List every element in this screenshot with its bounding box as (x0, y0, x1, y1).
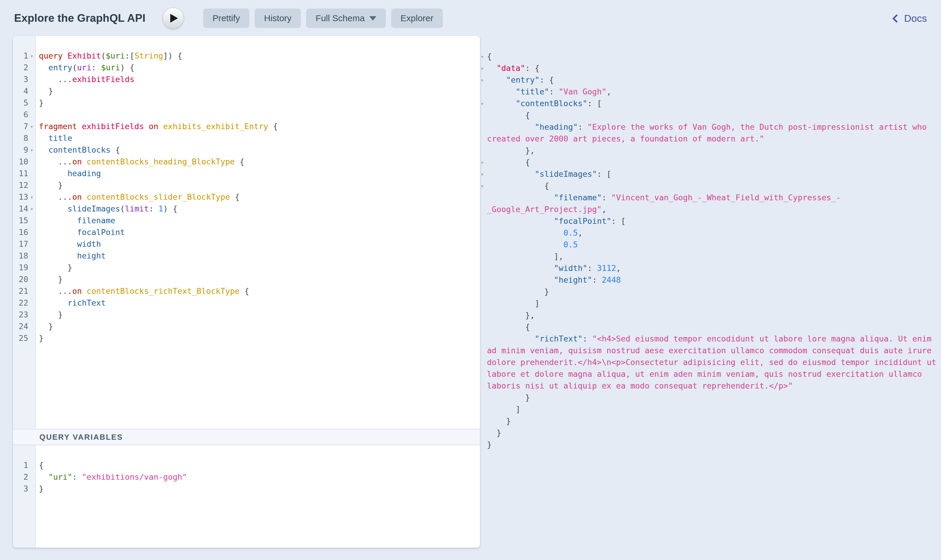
line-number: 15 (13, 215, 28, 226)
fold-arrow-icon[interactable]: ▾ (28, 144, 35, 156)
code-line[interactable]: ...exhibitFields (39, 74, 478, 85)
result-line-text: "data": { (487, 62, 940, 74)
fold-arrow-slot (480, 192, 487, 215)
fold-arrow-slot (480, 427, 487, 439)
code-line[interactable] (39, 109, 478, 121)
result-line: } (480, 286, 940, 298)
token-punc: { (525, 158, 530, 167)
explorer-button[interactable]: Explorer (391, 9, 443, 28)
variables-editor[interactable]: 123 { "uri": "exhibitions/van-gogh"} (13, 445, 480, 548)
line-number: 13 (13, 191, 28, 203)
token-punc: ] (535, 299, 540, 308)
code-line[interactable]: title (39, 132, 478, 144)
fold-arrow-icon[interactable]: ▾ (480, 180, 487, 192)
code-line[interactable]: } (39, 97, 478, 109)
fold-arrow-icon[interactable]: ▾ (480, 62, 487, 74)
query-editor[interactable]: 1▾234567▾89▾10111213▾14▾1516171819202122… (13, 36, 480, 429)
line-number: 5 (13, 97, 28, 109)
token-pl (39, 86, 49, 95)
fold-arrow-slot (28, 309, 35, 321)
fold-arrow-icon[interactable]: ▾ (480, 157, 487, 168)
code-line[interactable]: focalPoint (39, 226, 478, 238)
variables-editor-code[interactable]: { "uri": "exhibitions/van-gogh"} (36, 445, 480, 548)
gutter-line: 24 (13, 321, 35, 332)
code-line[interactable]: fragment exhibitFields on exhibits_exhib… (39, 121, 478, 132)
code-line[interactable]: ...on contentBlocks_heading_BlockType { (39, 156, 478, 168)
token-num: 1 (158, 204, 163, 213)
result-line-text: } (487, 286, 940, 298)
fold-arrow-icon[interactable]: ▾ (480, 98, 487, 109)
query-editor-gutter: 1▾234567▾89▾10111213▾14▾1516171819202122… (13, 36, 36, 429)
token-pl (240, 286, 244, 295)
token-pl (487, 252, 554, 261)
token-key: "focalPoint" (554, 217, 611, 226)
token-pl (487, 99, 516, 108)
fold-arrow-icon[interactable]: ▾ (28, 191, 35, 203)
gutter-line: 25 (13, 332, 35, 344)
token-pl (96, 63, 101, 72)
gutter-line: 17 (13, 238, 35, 250)
token-var: "uri" (49, 472, 72, 482)
code-line[interactable]: heading (39, 168, 478, 179)
fold-arrow-icon[interactable]: ▾ (28, 50, 35, 62)
code-line[interactable]: "uri": "exhibitions/van-gogh" (39, 471, 478, 483)
gutter-line: 2 (13, 471, 35, 483)
token-pl (487, 405, 516, 414)
token-pl (487, 287, 544, 296)
token-pl (39, 145, 49, 154)
fold-arrow-icon[interactable]: ▾ (28, 121, 35, 132)
full-schema-dropdown[interactable]: Full Schema (306, 9, 386, 28)
token-pl (82, 286, 86, 295)
line-number: 20 (13, 274, 28, 285)
query-variables-bar[interactable]: QUERY VARIABLES (13, 429, 480, 445)
fold-arrow-icon[interactable]: ▾ (480, 168, 487, 180)
fold-arrow-slot (480, 239, 487, 251)
token-pl (530, 63, 535, 73)
run-query-button[interactable] (163, 8, 184, 29)
code-line[interactable]: } (39, 332, 478, 344)
token-pl (39, 286, 58, 295)
prettify-button[interactable]: Prettify (203, 9, 249, 28)
fold-arrow-icon[interactable]: ▾ (480, 51, 487, 62)
line-number: 1 (13, 50, 28, 62)
code-line[interactable]: query Exhibit($uri:[String]) { (39, 50, 478, 62)
explorer-label: Explorer (401, 13, 434, 23)
code-line[interactable]: } (39, 262, 478, 274)
result-line: { (480, 321, 940, 333)
token-pl (487, 417, 506, 426)
code-line[interactable]: filename (39, 215, 478, 226)
token-punc: , (578, 228, 583, 237)
fold-arrow-slot (480, 262, 487, 274)
fold-arrow-icon[interactable]: ▾ (480, 74, 487, 86)
fold-arrow-slot (480, 298, 487, 309)
code-line[interactable]: } (39, 179, 478, 191)
result-line-text: ], (487, 251, 940, 262)
token-punc: [ (621, 217, 626, 226)
token-punc: : (611, 217, 616, 226)
history-button[interactable]: History (255, 9, 301, 28)
code-line[interactable]: } (39, 483, 478, 495)
code-line[interactable]: ...on contentBlocks_slider_BlockType { (39, 191, 478, 203)
code-line[interactable]: } (39, 85, 478, 97)
code-line[interactable]: } (39, 321, 478, 332)
code-line[interactable]: } (39, 274, 478, 285)
code-line[interactable]: entry(uri: $uri) { (39, 62, 478, 74)
gutter-line: 11 (13, 168, 35, 179)
code-line[interactable]: ...on contentBlocks_richText_BlockType { (39, 285, 478, 297)
token-key: "title" (516, 87, 549, 96)
token-pl (158, 122, 163, 131)
token-prop: heading (68, 169, 101, 178)
code-line[interactable]: richText (39, 297, 478, 309)
token-pl (487, 193, 554, 202)
code-line[interactable]: height (39, 250, 478, 262)
code-line[interactable]: width (39, 238, 478, 250)
docs-link[interactable]: Docs (894, 13, 927, 24)
token-punc: { (244, 286, 249, 295)
query-editor-code[interactable]: query Exhibit($uri:[String]) { entry(uri… (36, 36, 480, 429)
token-punc: ( (72, 63, 77, 72)
code-line[interactable]: contentBlocks { (39, 144, 478, 156)
code-line[interactable]: { (39, 459, 478, 471)
code-line[interactable]: slideImages(limit: 1) { (39, 203, 478, 215)
fold-arrow-icon[interactable]: ▾ (28, 203, 35, 215)
code-line[interactable]: } (39, 309, 478, 321)
